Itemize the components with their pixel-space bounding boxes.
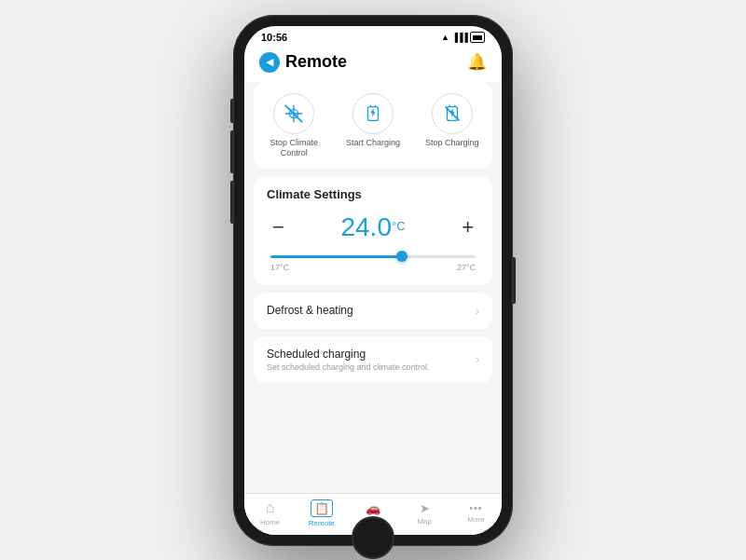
more-label: More — [467, 515, 484, 524]
status-label: Status — [363, 517, 384, 526]
phone-screen: 10:56 ▲ ▐▐▐ ◀ Remote 🔔 — [244, 26, 502, 535]
stop-climate-action[interactable]: Stop Climate Control — [263, 93, 325, 159]
slider-max-label: 27°C — [457, 263, 476, 272]
notification-bell-icon[interactable]: 🔔 — [467, 52, 487, 72]
battery-icon — [470, 32, 485, 43]
slider-min-label: 17°C — [270, 263, 289, 272]
scheduled-charging-text: Scheduled charging Set scheduled chargin… — [267, 348, 430, 372]
remote-actions-card: Stop Climate Control Start Charging — [254, 82, 492, 169]
start-charging-icon — [363, 103, 383, 124]
nav-item-map[interactable]: ➤ Map — [399, 501, 450, 526]
remote-actions-list: Stop Climate Control Start Charging — [263, 93, 483, 159]
slider-labels: 17°C 27°C — [270, 263, 476, 272]
temperature-unit: °C — [392, 219, 406, 233]
defrost-list-item[interactable]: Defrost & heating › — [254, 293, 492, 329]
status-time: 10:56 — [261, 32, 287, 43]
temperature-slider[interactable]: 17°C 27°C — [270, 255, 476, 272]
scheduled-charging-list-item[interactable]: Scheduled charging Set scheduled chargin… — [254, 336, 492, 383]
climate-settings-title: Climate Settings — [267, 187, 479, 201]
wifi-icon: ▲ — [441, 33, 449, 42]
temp-increase-button[interactable]: + — [456, 215, 479, 239]
stop-charging-icon-circle — [432, 93, 473, 134]
defrost-text: Defrost & heating — [267, 304, 353, 317]
stop-charging-icon — [442, 103, 463, 124]
status-icons: ▲ ▐▐▐ — [441, 32, 485, 43]
slider-track — [270, 255, 476, 258]
slider-fill — [270, 255, 402, 258]
scrollable-content: Stop Climate Control Start Charging — [244, 82, 502, 493]
phone-frame: 10:56 ▲ ▐▐▐ ◀ Remote 🔔 — [233, 15, 513, 546]
slider-thumb — [396, 251, 408, 262]
stop-climate-label: Stop Climate Control — [263, 138, 325, 159]
back-button[interactable]: ◀ — [259, 52, 280, 73]
climate-settings-card: Climate Settings − 24.0°C + 17°C 2 — [254, 176, 492, 285]
scheduled-charging-card: Scheduled charging Set scheduled chargin… — [254, 336, 492, 383]
start-charging-action[interactable]: Start Charging — [342, 93, 405, 159]
temp-decrease-button[interactable]: − — [267, 215, 290, 239]
side-button-volume-up — [230, 130, 233, 173]
remote-icon: 📋 — [311, 499, 333, 517]
nav-item-remote[interactable]: 📋 Remote — [296, 499, 347, 527]
temperature-value: 24.0 — [340, 212, 392, 241]
stop-charging-label: Stop Charging — [425, 138, 479, 149]
home-icon: ⌂ — [266, 499, 275, 516]
status-icon: 🚗 — [366, 501, 380, 515]
stop-climate-icon-circle — [273, 93, 314, 134]
app-header: ◀ Remote 🔔 — [244, 47, 502, 82]
defrost-chevron-icon: › — [476, 304, 479, 318]
scheduled-charging-chevron-icon: › — [476, 352, 479, 366]
start-charging-icon-circle — [352, 93, 394, 134]
stop-climate-icon — [283, 103, 304, 124]
start-charging-label: Start Charging — [346, 138, 400, 149]
signal-icon: ▐▐▐ — [452, 33, 467, 42]
nav-item-status[interactable]: 🚗 Status — [347, 501, 398, 526]
temperature-control: − 24.0°C + — [267, 212, 479, 242]
map-label: Map — [417, 517, 432, 526]
more-icon: ••• — [469, 502, 483, 513]
nav-item-home[interactable]: ⌂ Home — [244, 499, 296, 526]
map-icon: ➤ — [420, 501, 430, 515]
temperature-display: 24.0°C — [340, 212, 405, 242]
remote-label: Remote — [309, 519, 335, 527]
defrost-card: Defrost & heating › — [254, 293, 492, 329]
defrost-title: Defrost & heating — [267, 304, 353, 317]
scheduled-charging-subtitle: Set scheduled charging and climate contr… — [267, 362, 430, 372]
stop-charging-action[interactable]: Stop Charging — [421, 93, 483, 159]
side-button-volume-down — [230, 181, 233, 224]
header-left: ◀ Remote — [259, 52, 347, 73]
home-label: Home — [260, 518, 280, 526]
page-title: Remote — [285, 52, 347, 72]
nav-item-more[interactable]: ••• More — [450, 502, 502, 524]
side-button-mute — [230, 99, 233, 123]
back-icon: ◀ — [266, 56, 273, 68]
bottom-navigation: ⌂ Home 📋 Remote 🚗 Status ➤ Map ••• More — [244, 493, 502, 535]
scheduled-charging-title: Scheduled charging — [267, 348, 430, 361]
status-bar: 10:56 ▲ ▐▐▐ — [244, 26, 502, 47]
